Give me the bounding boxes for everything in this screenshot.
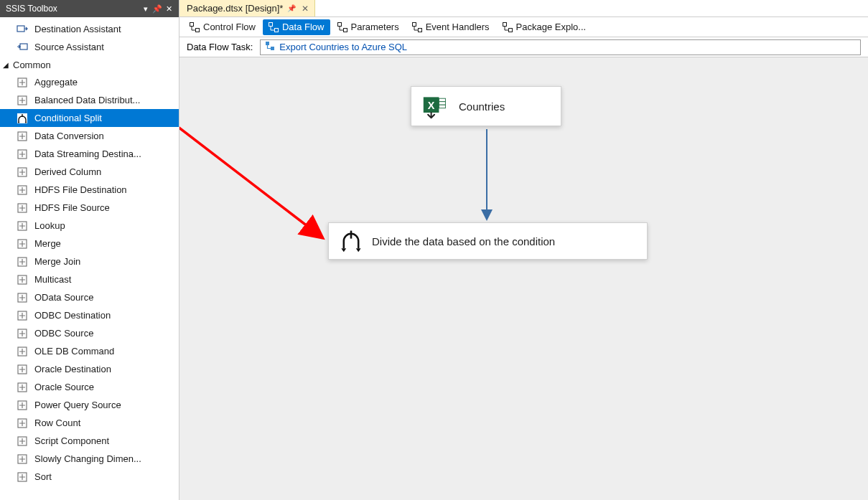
- tool-icon: [16, 112, 29, 125]
- toolbox-item-label: ODBC Source: [34, 328, 93, 339]
- tab-icon: [337, 22, 347, 32]
- tool-icon: [16, 184, 29, 197]
- toolbox-item-oracle-destination[interactable]: Oracle Destination: [0, 360, 179, 378]
- svg-text:X: X: [428, 100, 435, 111]
- toolbox-item-source-assistant[interactable]: Source Assistant: [0, 38, 179, 56]
- toolbox-item-oracle-source[interactable]: Oracle Source: [0, 378, 179, 396]
- toolbox-group-common[interactable]: ◢ Common: [0, 56, 179, 73]
- tool-icon: [16, 255, 29, 268]
- node-label: Divide the data based on the condition: [372, 235, 555, 247]
- excel-source-icon: X: [421, 93, 449, 120]
- toolbox-item-derived-column[interactable]: Derived Column: [0, 163, 179, 181]
- toolbox-item-label: Slowly Changing Dimen...: [34, 453, 141, 464]
- node-transform[interactable]: Divide the data based on the condition: [328, 222, 648, 260]
- toolbox-item-odbc-destination[interactable]: ODBC Destination: [0, 306, 179, 324]
- toolbox-item-power-query-source[interactable]: Power Query Source: [0, 396, 179, 414]
- toolbox-item-sort[interactable]: Sort: [0, 468, 179, 486]
- close-icon[interactable]: ✕: [300, 4, 310, 14]
- tool-icon: [16, 381, 29, 394]
- task-value: Export Countries to Azure SQL: [279, 42, 407, 52]
- svg-rect-1: [20, 44, 27, 49]
- tool-icon: [16, 76, 29, 89]
- toolbox-item-label: Source Assistant: [34, 42, 104, 52]
- tab-event-handlers[interactable]: Event Handlers: [406, 19, 495, 35]
- toolbox-item-script-component[interactable]: Script Component: [0, 432, 179, 450]
- toolbox-item-destination-assistant[interactable]: Destination Assistant: [0, 20, 179, 38]
- tab-label: Data Flow: [282, 22, 325, 32]
- toolbox-item-odbc-source[interactable]: ODBC Source: [0, 324, 179, 342]
- toolbox-item-label: Lookup: [34, 220, 65, 231]
- toolbox-item-label: ODBC Destination: [34, 310, 111, 321]
- tool-icon: [16, 273, 29, 286]
- document-tab-title: Package.dtsx [Design]*: [187, 3, 283, 14]
- toolbox-item-label: Derived Column: [34, 166, 101, 177]
- toolbox-item-row-count[interactable]: Row Count: [0, 414, 179, 432]
- toolbox-item-label: Conditional Split: [34, 113, 102, 123]
- tool-icon: [16, 166, 29, 179]
- canvas[interactable]: X Countries Divide the da: [179, 57, 868, 500]
- toolbox-item-ole-db-command[interactable]: OLE DB Command: [0, 342, 179, 360]
- dataflow-icon: [265, 41, 275, 53]
- toolbox-item-hdfs-file-destination[interactable]: HDFS File Destination: [0, 181, 179, 199]
- toolbox-item-label: Script Component: [34, 435, 109, 446]
- node-label: Countries: [459, 100, 505, 113]
- svg-rect-35: [266, 42, 269, 45]
- designer-area: Package.dtsx [Design]* 📌 ✕ Control FlowD…: [179, 0, 868, 500]
- toolbox-item-balanced-data-distribut[interactable]: Balanced Data Distribut...: [0, 91, 179, 109]
- toolbox-close-icon[interactable]: ✕: [163, 4, 174, 14]
- tab-icon: [190, 22, 200, 32]
- toolbox-item-data-conversion[interactable]: Data Conversion: [0, 127, 179, 145]
- node-countries[interactable]: X Countries: [411, 86, 561, 126]
- tab-control-flow[interactable]: Control Flow: [184, 19, 261, 35]
- tab-icon: [269, 22, 279, 32]
- task-label: Data Flow Task:: [187, 42, 253, 52]
- toolbox-item-merge[interactable]: Merge: [0, 235, 179, 253]
- toolbox-item-lookup[interactable]: Lookup: [0, 217, 179, 235]
- toolbox-item-hdfs-file-source[interactable]: HDFS File Source: [0, 199, 179, 217]
- tool-icon: [16, 417, 29, 430]
- tool-icon: [16, 327, 29, 340]
- tool-icon: [16, 94, 29, 107]
- toolbox-item-label: Aggregate: [34, 77, 78, 88]
- svg-rect-34: [508, 28, 512, 32]
- task-selector[interactable]: Export Countries to Azure SQL: [260, 39, 861, 55]
- toolbox-item-label: Balanced Data Distribut...: [34, 95, 140, 105]
- toolbox-item-label: OData Source: [34, 292, 93, 303]
- document-tab[interactable]: Package.dtsx [Design]* 📌 ✕: [179, 0, 315, 16]
- toolbox-header: SSIS Toolbox ▾ 📌 ✕: [0, 0, 179, 17]
- tab-parameters[interactable]: Parameters: [332, 19, 405, 35]
- toolbox-item-multicast[interactable]: Multicast: [0, 270, 179, 288]
- toolbox-item-merge-join[interactable]: Merge Join: [0, 253, 179, 270]
- tool-icon: [16, 399, 29, 412]
- toolbox-item-odata-source[interactable]: OData Source: [0, 288, 179, 306]
- svg-rect-40: [439, 102, 445, 105]
- tab-package-explo[interactable]: Package Explo...: [497, 19, 592, 35]
- toolbox-menu-icon[interactable]: ▾: [140, 4, 151, 14]
- tab-label: Parameters: [351, 22, 399, 32]
- toolbox-pin-icon[interactable]: 📌: [151, 4, 163, 14]
- tool-icon: [16, 345, 29, 358]
- svg-rect-32: [418, 28, 421, 32]
- toolbox-body: Destination Assistant Source Assistant ◢…: [0, 17, 179, 500]
- svg-rect-30: [343, 28, 347, 32]
- task-row: Data Flow Task: Export Countries to Azur…: [179, 37, 868, 57]
- svg-rect-33: [503, 22, 506, 26]
- designer-tab-strip: Control FlowData FlowParametersEvent Han…: [179, 17, 868, 37]
- toolbox-group-label: Common: [13, 60, 51, 70]
- toolbox-item-slowly-changing-dimen[interactable]: Slowly Changing Dimen...: [0, 450, 179, 468]
- tab-icon: [503, 22, 513, 32]
- toolbox-item-label: Data Conversion: [34, 131, 104, 141]
- toolbox-item-data-streaming-destina[interactable]: Data Streaming Destina...: [0, 145, 179, 163]
- tool-icon: [16, 435, 29, 448]
- toolbox-item-label: Row Count: [34, 418, 80, 428]
- toolbox-item-label: Merge Join: [34, 256, 80, 267]
- tab-data-flow[interactable]: Data Flow: [263, 19, 330, 35]
- tab-label: Package Explo...: [516, 22, 587, 32]
- assistant-icon: [16, 23, 29, 36]
- toolbox-item-aggregate[interactable]: Aggregate: [0, 73, 179, 91]
- pin-icon[interactable]: 📌: [287, 4, 296, 12]
- ssis-toolbox-panel: SSIS Toolbox ▾ 📌 ✕ Destination Assistant…: [0, 0, 179, 500]
- tool-icon: [16, 202, 29, 214]
- toolbox-item-conditional-split[interactable]: Conditional Split: [0, 109, 179, 127]
- tool-icon: [16, 363, 29, 376]
